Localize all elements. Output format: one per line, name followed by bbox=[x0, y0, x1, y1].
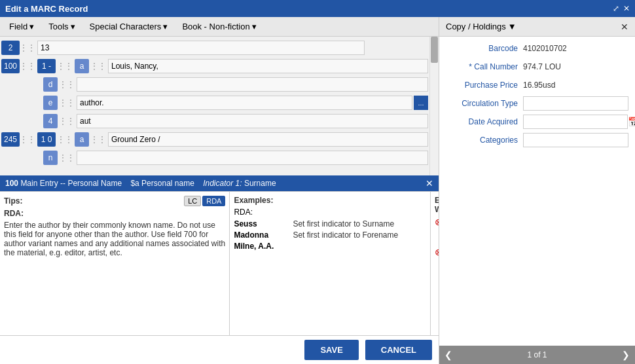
rda-label: RDA: bbox=[4, 209, 225, 218]
menu-tools[interactable]: Tools ▾ bbox=[42, 19, 81, 34]
info-subfield: $a Personal name bbox=[130, 179, 194, 188]
copy-holdings-dropdown-icon[interactable]: ▼ bbox=[508, 22, 517, 31]
drag-handle[interactable]: ⋮⋮ bbox=[59, 80, 75, 89]
subfield-code-e: e bbox=[43, 96, 58, 110]
subfield-code-n-245: n bbox=[43, 151, 58, 165]
list-item: Madonna Set first indicator to Forename bbox=[234, 230, 426, 240]
circulation-type-input[interactable] bbox=[523, 96, 628, 111]
marc-fields-area: 2 ⋮⋮ 100 ⋮⋮ 1 - ⋮⋮ a ⋮⋮ bbox=[0, 37, 429, 175]
calendar-icon[interactable]: 📅 bbox=[628, 117, 635, 127]
field-tag-245: 245 bbox=[1, 132, 20, 147]
categories-label: Categories bbox=[446, 136, 518, 145]
action-bar: SAVE CANCEL bbox=[0, 335, 439, 364]
menu-field[interactable]: Field ▾ bbox=[3, 19, 41, 34]
info-indicator-value: Surname bbox=[244, 179, 276, 188]
table-row: 2 ⋮⋮ bbox=[1, 39, 428, 56]
examples-header: Examples: bbox=[234, 196, 426, 205]
purchase-price-label: Purchase Price bbox=[446, 81, 518, 90]
vertical-scrollbar[interactable] bbox=[429, 37, 439, 175]
title-bar: Edit a MARC Record ⤢ ✕ bbox=[0, 0, 635, 17]
field-100e-input[interactable] bbox=[77, 96, 412, 110]
subfield-code-4: 4 bbox=[43, 114, 58, 128]
list-item: Categories bbox=[439, 131, 635, 149]
copy-holdings-header: Copy / Holdings ▼ ✕ bbox=[439, 17, 635, 37]
subfield-code-a-245: a bbox=[75, 132, 89, 147]
prev-holding-button[interactable]: ❮ bbox=[444, 350, 452, 360]
field-ind1: 1 - bbox=[37, 59, 56, 73]
example-desc-seuss: Set first indicator to Surname bbox=[293, 219, 394, 228]
subfield-code-a: a bbox=[75, 59, 89, 73]
drag-handle[interactable]: ⋮⋮ bbox=[59, 153, 75, 162]
list-item: Circulation Type bbox=[439, 94, 635, 113]
save-button[interactable]: SAVE bbox=[304, 340, 358, 360]
table-row: 4 ⋮⋮ bbox=[1, 113, 428, 130]
holding-page-text: 1 of 1 bbox=[527, 350, 547, 359]
tips-content: RDA: Enter the author by their commonly … bbox=[4, 209, 225, 331]
tips-buttons: LC RDA bbox=[184, 196, 225, 206]
drag-handle[interactable]: ⋮⋮ bbox=[57, 62, 73, 71]
field-100d-input[interactable] bbox=[77, 77, 428, 92]
expand-icon[interactable]: ⤢ bbox=[613, 4, 619, 13]
tips-label: Tips: bbox=[4, 196, 22, 206]
list-item: Barcode 4102010702 bbox=[439, 39, 635, 58]
errors-panel: Errors & Warnings: ✕ ⊗ 020: Missing ISBN… bbox=[431, 192, 439, 335]
list-item: Date Acquired 📅 bbox=[439, 113, 635, 131]
copy-holdings-panel: Copy / Holdings ▼ ✕ Barcode 4102010702 *… bbox=[439, 17, 635, 364]
example-name-seuss: Seuss bbox=[234, 219, 293, 228]
list-item: * Call Number 974.7 LOU bbox=[439, 58, 635, 76]
next-holding-button[interactable]: ❯ bbox=[622, 350, 630, 360]
list-item: Seuss Set first indicator to Surname bbox=[234, 219, 426, 228]
example-name-milne: Milne, A.A. bbox=[234, 242, 293, 251]
close-window-icon[interactable]: ✕ bbox=[623, 4, 630, 13]
close-copy-holdings-icon[interactable]: ✕ bbox=[621, 22, 628, 32]
drag-handle[interactable]: ⋮⋮ bbox=[20, 135, 35, 144]
field-tag-100: 100 bbox=[1, 59, 20, 73]
tips-header: Tips: LC RDA bbox=[4, 196, 225, 206]
circulation-type-label: Circulation Type bbox=[446, 99, 518, 108]
table-row: e ⋮⋮ ... bbox=[1, 94, 428, 111]
scrollbar-thumb bbox=[431, 37, 438, 63]
field-info-bar: 100 Main Entry -- Personal Name $a Perso… bbox=[0, 175, 439, 191]
tips-panel: Tips: LC RDA RDA: Enter the author by th… bbox=[0, 192, 230, 335]
field-1004-input[interactable] bbox=[77, 114, 428, 128]
field-100-group: 100 ⋮⋮ 1 - ⋮⋮ a ⋮⋮ d ⋮⋮ e bbox=[1, 58, 428, 130]
table-row: n ⋮⋮ bbox=[1, 149, 428, 166]
drag-handle[interactable]: ⋮⋮ bbox=[59, 117, 75, 126]
list-item: Milne, A.A. bbox=[234, 242, 426, 251]
field-245-group: 245 ⋮⋮ 1 0 ⋮⋮ a ⋮⋮ n ⋮⋮ bbox=[1, 131, 428, 166]
barcode-label: Barcode bbox=[446, 44, 518, 53]
menu-book-nonfiction[interactable]: Book - Non-fiction ▾ bbox=[175, 19, 263, 34]
bottom-section: Tips: LC RDA RDA: Enter the author by th… bbox=[0, 191, 439, 335]
cancel-button[interactable]: CANCEL bbox=[365, 340, 432, 360]
categories-input[interactable] bbox=[523, 133, 628, 147]
drag-handle[interactable]: ⋮⋮ bbox=[90, 62, 106, 71]
list-item: Purchase Price 16.95usd bbox=[439, 76, 635, 94]
table-row: 245 ⋮⋮ 1 0 ⋮⋮ a ⋮⋮ bbox=[1, 131, 428, 148]
close-info-panel-icon[interactable]: ✕ bbox=[426, 178, 433, 189]
lc-button[interactable]: LC bbox=[184, 196, 201, 206]
date-acquired-label: Date Acquired bbox=[446, 117, 518, 126]
example-name-madonna: Madonna bbox=[234, 230, 293, 240]
rda-button[interactable]: RDA bbox=[202, 196, 225, 206]
info-tag: 100 bbox=[5, 179, 18, 188]
table-row: d ⋮⋮ bbox=[1, 76, 428, 93]
copy-holdings-title: Copy / Holdings ▼ bbox=[446, 22, 517, 31]
info-indicator-label: Indicator 1: bbox=[203, 179, 242, 188]
field-tag-2: 2 bbox=[1, 41, 20, 55]
rda-examples-label: RDA: bbox=[234, 208, 426, 217]
drag-handle[interactable]: ⋮⋮ bbox=[20, 62, 35, 71]
drag-handle[interactable]: ⋮⋮ bbox=[57, 135, 73, 144]
field-245n-input[interactable] bbox=[77, 151, 428, 165]
date-acquired-input[interactable] bbox=[523, 115, 628, 129]
menu-special-characters[interactable]: Special Characters ▾ bbox=[83, 19, 175, 34]
drag-handle[interactable]: ⋮⋮ bbox=[90, 135, 106, 144]
copy-fields-area: Barcode 4102010702 * Call Number 974.7 L… bbox=[439, 37, 635, 346]
field-expand-button[interactable]: ... bbox=[414, 96, 428, 110]
drag-handle[interactable]: ⋮⋮ bbox=[59, 98, 75, 107]
field-ind1-245: 1 0 bbox=[37, 132, 56, 147]
menu-bar: Field ▾ Tools ▾ Special Characters ▾ Boo… bbox=[0, 17, 439, 37]
drag-handle[interactable]: ⋮⋮ bbox=[20, 43, 35, 52]
field-100a-input[interactable] bbox=[108, 59, 428, 73]
field-2-input[interactable] bbox=[37, 41, 365, 55]
field-245a-input[interactable] bbox=[108, 132, 428, 147]
